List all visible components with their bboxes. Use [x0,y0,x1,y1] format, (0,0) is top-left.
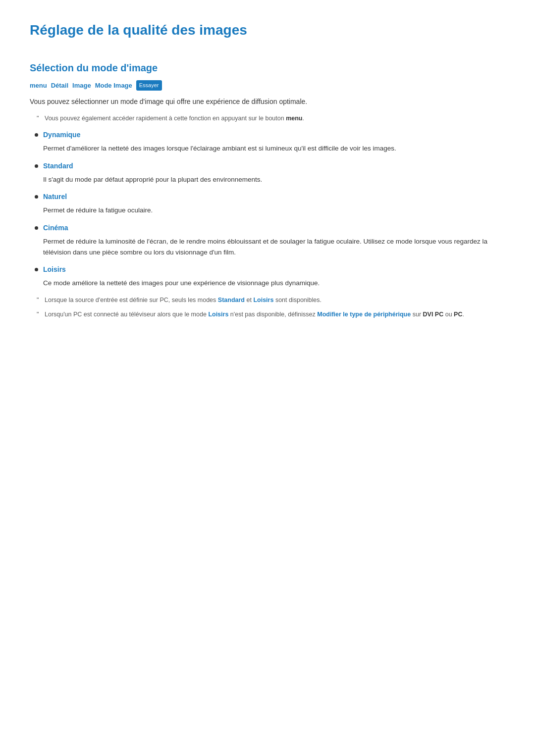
note1-bold1: Standard [218,297,245,303]
bullet-desc-cinema: Permet de réduire la luminosité de l'écr… [43,236,505,257]
bullet-dot [35,226,38,230]
breadcrumb-menu[interactable]: menu [30,81,47,91]
section-title: Sélection du mode d'image [30,60,505,75]
note1-bold2: Loisirs [253,297,273,303]
note2-pre: Lorsqu'un PC est connecté au téléviseur … [45,311,207,318]
list-item: Cinéma Permet de réduire la luminosité d… [30,223,505,257]
bullet-term-standard: Standard [43,161,73,171]
bullet-desc-standard: Il s'agit du mode par défaut approprié p… [43,174,505,185]
bullet-header-cinema: Cinéma [35,223,505,233]
bullet-dot [35,195,38,199]
bullet-term-loisirs: Loisirs [43,264,66,275]
intro-text: Vous pouvez sélectionner un mode d'image… [30,97,505,107]
bullet-header-loisirs: Loisirs [35,264,505,275]
list-item: Dynamique Permet d'améliorer la netteté … [30,130,505,154]
note2-bold1: Loisirs [208,311,228,318]
note2-mid2: sur [413,311,423,318]
breadcrumb-detail[interactable]: Détail [51,81,68,91]
bullet-term-cinema: Cinéma [43,223,68,233]
note-bottom-2: Lorsqu'un PC est connecté au téléviseur … [45,310,505,319]
breadcrumb: menu Détail Image Mode Image Essayer [30,80,505,91]
bullet-term-dynamique: Dynamique [43,130,80,140]
note2-mid: n'est pas disponible, définissez [230,311,317,318]
note-menu: Vous pouvez également accéder rapidement… [45,114,505,123]
note2-bold2: Modifier le type de périphérique [317,311,411,318]
bullet-desc-dynamique: Permet d'améliorer la netteté des images… [43,143,505,154]
page-title: Réglage de la qualité des images [30,20,505,41]
note1-mid: et [246,297,253,303]
note1-pre: Lorsque la source d'entrée est définie s… [45,297,216,303]
bullet-dot [35,164,38,168]
note1-post: sont disponibles. [275,297,321,303]
list-item: Standard Il s'agit du mode par défaut ap… [30,161,505,185]
bullet-header-standard: Standard [35,161,505,171]
note-menu-bold: menu [286,115,302,122]
bullet-desc-loisirs: Ce mode améliore la netteté des images p… [43,278,505,289]
bullet-header-dynamique: Dynamique [35,130,505,140]
bullet-list: Dynamique Permet d'améliorer la netteté … [30,130,505,289]
bullet-desc-naturel: Permet de réduire la fatigue oculaire. [43,205,505,216]
bullet-dot [35,268,38,271]
essayer-badge[interactable]: Essayer [136,80,162,91]
bullet-term-naturel: Naturel [43,192,67,202]
breadcrumb-mode-image[interactable]: Mode Image [95,81,132,91]
breadcrumb-image[interactable]: Image [72,81,91,91]
note-menu-text: Vous pouvez également accéder rapidement… [45,115,284,122]
note2-or: ou [445,311,454,318]
bullet-dot [35,133,38,137]
list-item: Naturel Permet de réduire la fatigue ocu… [30,192,505,216]
list-item: Loisirs Ce mode améliore la netteté des … [30,264,505,289]
note2-bold3: DVI PC [423,311,444,318]
note2-bold4: PC [454,311,462,318]
note-bottom-1: Lorsque la source d'entrée est définie s… [45,296,505,305]
bullet-header-naturel: Naturel [35,192,505,202]
